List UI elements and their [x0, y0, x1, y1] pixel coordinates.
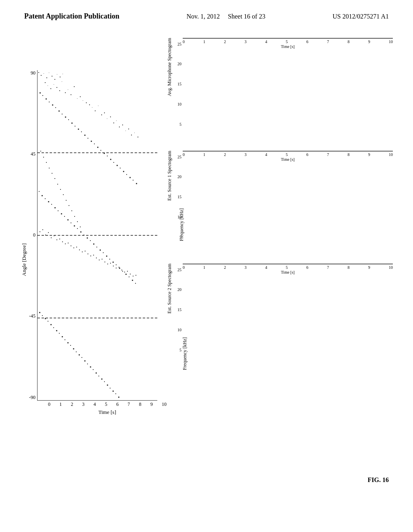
- right-spectrograms-panel: Avg. Microphone Spectogram 25 20 15 10 5: [165, 38, 393, 505]
- svg-rect-99: [122, 271, 123, 272]
- svg-rect-64: [110, 159, 111, 160]
- svg-rect-43: [42, 95, 43, 96]
- svg-rect-117: [76, 247, 77, 247]
- svg-rect-11: [48, 85, 48, 86]
- svg-rect-149: [67, 342, 69, 343]
- svg-rect-152: [76, 351, 77, 352]
- spectrogram-3: Est. Source 2 Spectogram 25 20 15 10 5: [165, 264, 393, 372]
- svg-rect-23: [83, 100, 83, 101]
- left-x-ticks: 0 1 2 3 4 5 6 7 8 9 10: [48, 401, 167, 407]
- spect2-x-ticks: 0 1 2 3 4 5 6 7 8 9 10: [183, 152, 393, 157]
- svg-rect-147: [62, 336, 63, 337]
- svg-rect-5: [52, 76, 52, 77]
- svg-rect-0: [38, 72, 39, 73]
- svg-rect-119: [82, 251, 83, 252]
- svg-rect-151: [73, 348, 74, 349]
- svg-rect-53: [75, 126, 75, 127]
- svg-rect-36: [122, 125, 123, 125]
- spect3-x-label: Time [s]: [183, 270, 393, 274]
- svg-rect-10: [45, 82, 46, 83]
- svg-rect-181: [77, 221, 78, 222]
- left-y-axis-label: Angle [Degree]: [20, 199, 28, 320]
- svg-rect-82: [67, 219, 69, 220]
- svg-rect-67: [120, 168, 121, 168]
- svg-rect-122: [90, 256, 91, 256]
- svg-rect-9: [63, 74, 63, 74]
- svg-rect-150: [70, 345, 71, 346]
- svg-rect-171: [49, 168, 50, 168]
- svg-rect-116: [73, 247, 74, 248]
- spect1-x-ticks: 0 1 2 3 4 5 6 7 8 9 10: [183, 39, 393, 44]
- spectrogram-1: Avg. Microphone Spectogram 25 20 15 10 5: [165, 38, 393, 147]
- svg-rect-92: [100, 249, 101, 251]
- left-y-ticks: 90 45 0 -45 -90: [29, 70, 35, 401]
- spectrogram-2: Est. Source 1 Spectogram 25 20 15 10 5: [165, 151, 393, 260]
- svg-rect-47: [55, 107, 56, 108]
- svg-rect-153: [79, 354, 80, 355]
- svg-rect-127: [104, 262, 105, 262]
- publication-date: Nov. 1, 2012: [187, 13, 220, 20]
- svg-rect-14: [56, 87, 57, 88]
- svg-rect-7: [57, 74, 57, 75]
- svg-rect-158: [93, 369, 94, 370]
- svg-rect-32: [110, 116, 111, 117]
- svg-rect-166: [115, 393, 116, 394]
- svg-rect-84: [74, 225, 75, 227]
- svg-rect-72: [136, 183, 137, 184]
- svg-rect-162: [104, 381, 105, 382]
- svg-rect-108: [51, 237, 52, 238]
- svg-rect-126: [102, 259, 102, 260]
- svg-rect-146: [59, 333, 60, 334]
- svg-rect-4: [49, 73, 49, 73]
- svg-rect-156: [87, 364, 88, 364]
- svg-rect-79: [58, 210, 58, 211]
- svg-rect-85: [77, 228, 78, 229]
- svg-rect-107: [48, 232, 49, 233]
- svg-rect-34: [116, 121, 117, 121]
- svg-rect-63: [107, 156, 108, 156]
- svg-rect-39: [131, 135, 132, 135]
- svg-rect-124: [96, 258, 97, 258]
- svg-rect-138: [136, 275, 136, 276]
- svg-rect-58: [91, 141, 92, 142]
- spect2-inner: 0 1 2 3 4 5 6 7 8 9 10 Time [s]: [183, 151, 393, 162]
- svg-rect-52: [71, 123, 73, 124]
- svg-rect-30: [104, 112, 105, 113]
- svg-rect-6: [54, 79, 55, 80]
- svg-rect-51: [68, 119, 69, 120]
- svg-rect-46: [52, 104, 53, 106]
- spect2-canvas: [183, 151, 393, 152]
- svg-rect-157: [90, 366, 91, 368]
- svg-rect-104: [40, 231, 40, 232]
- svg-rect-96: [113, 262, 114, 263]
- svg-rect-161: [101, 378, 102, 380]
- svg-rect-93: [103, 252, 104, 253]
- svg-rect-44: [46, 98, 47, 100]
- spect3-x-ticks: 0 1 2 3 4 5 6 7 8 9 10: [183, 265, 393, 270]
- svg-rect-178: [69, 205, 69, 206]
- spect2-title: Est. Source 1 Spectogram: [165, 151, 173, 201]
- svg-rect-143: [50, 324, 52, 325]
- svg-rect-16: [62, 81, 62, 82]
- svg-rect-115: [71, 245, 71, 246]
- svg-rect-123: [93, 255, 94, 256]
- svg-rect-26: [92, 107, 92, 108]
- svg-rect-12: [50, 88, 51, 89]
- spect3-inner: 0 1 2 3 4 5 6 7 8 9 10 Time [s]: [183, 264, 393, 274]
- svg-rect-87: [83, 235, 84, 235]
- svg-rect-62: [104, 153, 105, 154]
- svg-rect-163: [107, 384, 108, 386]
- spect3-canvas: [183, 264, 393, 264]
- svg-rect-164: [110, 388, 111, 389]
- svg-rect-160: [98, 376, 99, 376]
- svg-rect-95: [109, 259, 110, 260]
- svg-rect-125: [99, 260, 100, 260]
- page-header: Patent Application Publication Nov. 1, 2…: [0, 0, 413, 22]
- spect3-y-ticks: 25 20 15 10 5: [173, 268, 181, 352]
- svg-rect-69: [126, 174, 127, 175]
- svg-rect-81: [64, 216, 65, 217]
- svg-rect-136: [130, 274, 131, 274]
- svg-rect-177: [66, 200, 67, 201]
- svg-rect-20: [74, 86, 75, 87]
- svg-rect-168: [40, 151, 41, 152]
